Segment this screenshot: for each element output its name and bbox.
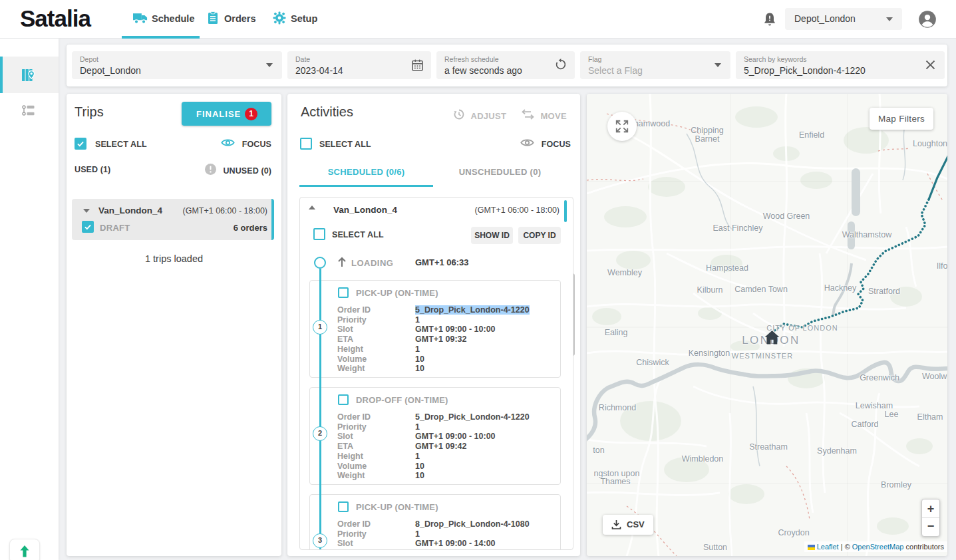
vehicle-select-all-checkbox[interactable]: [313, 228, 325, 240]
field-label: Slot: [337, 432, 415, 441]
activity-checkbox[interactable]: [338, 501, 349, 512]
activity-field-row: Height1: [337, 345, 420, 354]
eye-icon: [221, 138, 235, 150]
scroll-top-button[interactable]: [9, 539, 40, 560]
map-place-label: hamwood: [634, 119, 670, 128]
field-value: 10: [415, 462, 424, 471]
trip-orders-count: 6 orders: [234, 223, 267, 233]
trip-card[interactable]: Van_London_4 (GMT+1 06:00 - 18:00) DRAFT…: [72, 199, 274, 240]
trips-select-all-label: SELECT ALL: [95, 140, 147, 149]
activities-select-all-checkbox[interactable]: [300, 138, 312, 150]
map-place-label: East Finchley: [713, 223, 762, 233]
show-id-button[interactable]: SHOW ID: [471, 227, 513, 244]
sidebar-item-gantt[interactable]: [0, 93, 59, 128]
tab-unscheduled[interactable]: UNSCHEDULED (0): [433, 161, 567, 187]
map-panel[interactable]: hamwoodChippingBarnetEnfieldLoughtonWood…: [587, 94, 947, 556]
vehicle-select-all-label: SELECT ALL: [332, 230, 384, 239]
map-place-label: Wimbledon: [682, 454, 724, 464]
activities-focus-button[interactable]: FOCUS: [520, 138, 571, 151]
up-arrow-icon: [337, 256, 347, 271]
activity-card[interactable]: PICK-UP (ON-TIME)Order ID8_Drop_Pick_Lon…: [309, 494, 561, 550]
refresh-filter[interactable]: Refresh schedule a few seconds ago: [436, 51, 575, 79]
eye-outline-icon: [520, 138, 534, 150]
activity-type-label: PICK-UP (ON-TIME): [356, 288, 438, 298]
expand-map-button[interactable]: [607, 112, 637, 141]
map-place-label: Lewisham: [856, 401, 893, 410]
home-marker-icon[interactable]: [764, 330, 780, 348]
depot-caret-icon: [266, 63, 273, 67]
green-up-arrow-icon: [19, 545, 31, 560]
map-labels: hamwoodChippingBarnetEnfieldLoughtonWood…: [587, 94, 947, 556]
date-filter[interactable]: Date 2023-04-14: [287, 51, 431, 79]
zoom-out-button[interactable]: −: [922, 518, 939, 536]
activities-focus-label: FOCUS: [542, 140, 571, 149]
refresh-icon[interactable]: [555, 59, 567, 73]
zoom-in-button[interactable]: +: [922, 499, 939, 518]
ukraine-flag-icon: [808, 545, 815, 550]
finalise-button[interactable]: FINALISE 1: [182, 102, 271, 126]
leaflet-link[interactable]: Leaflet: [817, 543, 839, 551]
field-label: Weight: [337, 364, 415, 373]
tab-schedule-label: Schedule: [152, 13, 194, 24]
trips-select-all-checkbox[interactable]: [75, 138, 86, 150]
trip-draft-checkbox[interactable]: [82, 221, 94, 233]
trips-used-label[interactable]: USED (1): [75, 165, 110, 174]
depot-select[interactable]: Depot_London: [785, 8, 902, 30]
download-icon: [611, 519, 621, 533]
date-filter-value: 2023-04-14: [295, 65, 343, 76]
vehicle-collapse-caret-icon[interactable]: [309, 206, 315, 210]
field-value: 10: [415, 354, 424, 364]
activity-card[interactable]: PICK-UP (ON-TIME)Order ID5_Drop_Pick_Lon…: [309, 280, 561, 378]
map-place-label: Chipping: [691, 126, 723, 135]
csv-button[interactable]: CSV: [603, 515, 653, 535]
map-place-label: Hampstead: [706, 263, 748, 273]
activities-select-all-label: SELECT ALL: [319, 140, 371, 149]
trip-expand-caret-icon[interactable]: [83, 209, 90, 213]
field-label: ETA: [337, 549, 415, 550]
depot-filter-value: Depot_London: [80, 65, 141, 76]
map-place-label: Bromley: [881, 480, 911, 490]
notifications-bell-icon[interactable]: [763, 12, 776, 29]
flag-filter-label: Flag: [588, 55, 601, 63]
avatar[interactable]: [918, 10, 937, 31]
map-place-label: Woolwi: [922, 372, 947, 381]
tab-scheduled[interactable]: SCHEDULED (0/6): [299, 161, 433, 187]
sidebar-item-map[interactable]: [0, 57, 59, 93]
brand-logo: Satalia: [20, 5, 90, 32]
map-filters-button[interactable]: Map Filters: [870, 108, 933, 130]
search-filter[interactable]: Search by keywords 5_Drop_Pick_London-4-…: [736, 51, 945, 79]
gantt-icon: [21, 103, 36, 120]
trip-status: DRAFT: [100, 223, 130, 233]
field-label: Height: [337, 345, 415, 354]
flag-filter[interactable]: Flag Select a Flag: [580, 51, 730, 79]
activity-checkbox[interactable]: [338, 394, 349, 405]
field-value: GMT+1 09:32: [415, 335, 466, 344]
activity-checkbox[interactable]: [338, 287, 349, 298]
activity-field-row: Weight10: [337, 471, 424, 480]
map-place-label: Chiswick: [636, 358, 669, 367]
osm-link[interactable]: OpenStreetMap: [852, 543, 904, 551]
activity-field-row: ETAGMT+1 09:32: [337, 335, 466, 344]
depot-filter-label: Depot: [80, 55, 98, 63]
clear-search-icon[interactable]: [925, 60, 935, 72]
map-place-label: Sutton: [703, 543, 727, 552]
adjust-button[interactable]: ADJUST: [454, 109, 506, 121]
trips-focus-button[interactable]: FOCUS: [221, 138, 271, 151]
finalise-count-badge: 1: [245, 108, 257, 120]
field-label: Volume: [337, 354, 415, 364]
field-label: Volume: [337, 462, 415, 471]
depot-select-value: Depot_London: [794, 13, 856, 24]
copy-id-button[interactable]: COPY ID: [518, 227, 561, 244]
vehicle-card: Van_London_4 (GMT+1 06:00 - 18:00) SELEC…: [299, 197, 573, 550]
map-place-label: WESTMINSTER: [732, 352, 793, 360]
move-button[interactable]: MOVE: [522, 109, 567, 121]
trips-unused-group[interactable]: UNUSED (0): [205, 164, 271, 177]
calendar-icon: [412, 59, 423, 74]
vehicle-card-scrollbar[interactable]: [564, 200, 567, 222]
field-value: 10: [415, 364, 424, 373]
trip-card-scrollbar[interactable]: [271, 199, 274, 240]
activity-field-row: SlotGMT+1 09:00 - 10:00: [337, 325, 496, 334]
activity-field-row: Order ID5_Drop_Pick_London-4-1220: [337, 305, 530, 315]
activity-card[interactable]: DROP-OFF (ON-TIME)Order ID5_Drop_Pick_Lo…: [309, 387, 561, 485]
depot-filter[interactable]: Depot Depot_London: [72, 51, 282, 79]
